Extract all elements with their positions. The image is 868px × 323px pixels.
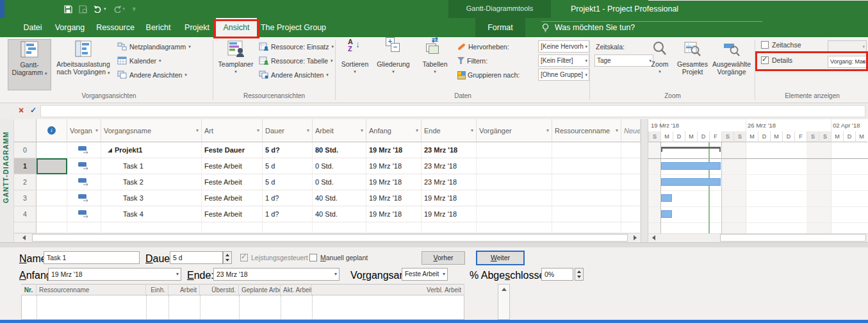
other-views-button[interactable]: Andere Ansichten▾ — [117, 69, 187, 81]
cell-r4-ress[interactable] — [552, 206, 621, 222]
cell-r2-info[interactable] — [37, 174, 67, 190]
cell-r1-name[interactable]: Task 1 — [101, 158, 202, 174]
save-icon[interactable] — [64, 5, 72, 13]
form-percent-complete-input[interactable]: 0% — [541, 268, 573, 281]
cell-r2-anfang[interactable]: 19 Mrz '18 — [366, 174, 422, 190]
header-cell-Ende[interactable]: Ende▾ — [422, 119, 477, 142]
table-hscroll-thumb[interactable] — [32, 234, 628, 242]
undo-button[interactable]: ▾ — [94, 5, 106, 13]
team-planner-button[interactable]: Teamplaner ▾ — [215, 39, 256, 90]
gantt-chart-view-button[interactable]: Gantt- Diagramm ▾ — [8, 39, 51, 90]
resource-grid-header-arbeit[interactable]: Arbeit — [168, 284, 200, 295]
cell-r4-name[interactable]: Task 4 — [101, 206, 202, 222]
tab-the-project-group[interactable]: The Project Group — [258, 18, 329, 37]
cell-r3-name[interactable]: Task 3 — [101, 190, 202, 206]
cell-r1-vorg[interactable] — [477, 158, 552, 174]
tab-format[interactable]: Format — [475, 18, 525, 37]
header-cell-Vorgänger[interactable]: Vorgänger▾ — [477, 119, 552, 142]
resource-grid-header-geplante-arbeit[interactable]: Geplante Arbeit — [239, 284, 281, 295]
cell-r4-ende[interactable]: 19 Mrz '18 — [422, 206, 477, 222]
gantt-bar-task-4[interactable] — [661, 210, 672, 218]
cell-r4-info[interactable] — [37, 206, 67, 222]
cell-r1-anfang[interactable]: 19 Mrz '18 — [366, 158, 422, 174]
cell-r2-art[interactable]: Feste Arbeit — [202, 174, 263, 190]
resource-grid-header-einh-[interactable]: Einh. — [146, 284, 168, 295]
collapse-triangle-icon[interactable] — [108, 148, 112, 153]
calendar-button[interactable]: Kalender▾ — [117, 54, 161, 67]
form-start-combo[interactable]: 19 Mrz '18▾ — [48, 268, 181, 281]
header-cell-Arbeit[interactable]: Arbeit▾ — [313, 119, 366, 142]
row-number-3[interactable]: 3 — [14, 190, 37, 206]
cell-r0-mode[interactable] — [67, 142, 101, 158]
cell-r4-dauer[interactable]: 1 d? — [263, 206, 313, 222]
tab-ressource[interactable]: Ressource — [94, 18, 137, 37]
row-number-0[interactable]: 0 — [14, 142, 37, 158]
resource-grid-header-akt-arbeit[interactable]: Akt. Arbeit — [281, 284, 312, 295]
cell-r0-name[interactable]: Projekt1 — [101, 142, 202, 158]
resource-grid-header-ressourcenname[interactable]: Ressourcenname — [37, 284, 146, 295]
cell-r2-mode[interactable] — [67, 174, 101, 190]
timescale-day-cell[interactable]: S — [648, 131, 660, 142]
timescale-day-cell[interactable]: M — [770, 131, 782, 142]
resource-grid-header-verbl-arbeit[interactable]: Verbl. Arbeit — [312, 284, 464, 295]
tab-vorgang[interactable]: Vorgang — [51, 18, 88, 37]
cell-r0-ende[interactable]: 23 Mrz '18 — [422, 142, 477, 158]
cell-r3-dauer[interactable]: 1 d? — [263, 190, 313, 206]
resource-grid-scrollbar[interactable] — [498, 284, 510, 320]
header-cell-Ressourcenname[interactable]: Ressourcenname▾ — [552, 119, 621, 142]
entry-ok-button[interactable]: ✓ — [28, 104, 39, 117]
tab-datei[interactable]: Datei — [15, 18, 50, 37]
pane-splitter-vertical[interactable] — [641, 119, 648, 242]
timescale-day-cell[interactable]: S — [819, 131, 831, 142]
cell-r2-ende[interactable]: 23 Mrz '18 — [422, 174, 477, 190]
cell-r3-ress[interactable] — [552, 190, 621, 206]
cell-r4-neue[interactable] — [621, 206, 641, 222]
pane-splitter-horizontal[interactable] — [0, 242, 868, 247]
gantt-bar-task-3[interactable] — [661, 194, 672, 202]
form-name-input[interactable]: Task 1 — [44, 251, 140, 264]
cell-r4-anfang[interactable]: 19 Mrz '18 — [366, 206, 422, 222]
cell-r3-neue[interactable] — [621, 190, 641, 206]
timescale-day-cell[interactable]: M — [660, 131, 673, 142]
row-number-4[interactable]: 4 — [14, 206, 37, 222]
tell-me-prompt[interactable]: Was möchten Sie tun? — [555, 23, 635, 32]
tab-bericht[interactable]: Bericht — [141, 18, 176, 37]
cell-r0-anfang[interactable]: 19 Mrz '18 — [366, 142, 422, 158]
cell-r3-vorg[interactable] — [477, 190, 552, 206]
scroll-left-arrow[interactable] — [19, 233, 28, 242]
cell-r0-ress[interactable] — [552, 142, 621, 158]
cell-r3-anfang[interactable]: 19 Mrz '18 — [366, 190, 422, 206]
timescale-day-cell[interactable]: S — [733, 131, 746, 142]
entire-project-button[interactable]: Gesamtes Projekt — [674, 39, 711, 90]
entry-input[interactable] — [40, 105, 865, 117]
resource-grid-body[interactable] — [21, 295, 464, 320]
gantt-bar-task-2[interactable] — [661, 178, 721, 186]
timescale-day-cell[interactable]: S — [807, 131, 819, 142]
cell-r1-dauer[interactable]: 5 d — [263, 158, 313, 174]
timescale-day-cell[interactable]: D — [697, 131, 709, 142]
next-button[interactable]: Weiter — [476, 251, 525, 265]
group-by-dropdown[interactable]: [Ohne Gruppe]▾ — [538, 69, 589, 81]
header-cell-Neue[interactable]: Neue — [621, 119, 641, 142]
sort-button[interactable]: A Z ↓ Sortieren ▾ — [338, 39, 372, 90]
row-number-2[interactable]: 2 — [14, 174, 37, 190]
resource-grid-header-nr-[interactable]: Nr. — [21, 284, 37, 295]
gantt-bar-task-1[interactable] — [661, 162, 721, 170]
cell-r4-vorg[interactable] — [477, 206, 552, 222]
customize-qat-icon[interactable]: ▿ — [133, 6, 136, 12]
entry-cancel-button[interactable]: × — [15, 104, 27, 117]
cell-r2-neue[interactable] — [621, 174, 641, 190]
timescale-day-cell[interactable]: D — [843, 131, 855, 142]
undo-dropdown-icon[interactable]: ▾ — [104, 6, 106, 12]
other-resource-views-button[interactable]: Andere Ansichten▾ — [259, 69, 329, 81]
cell-r3-arbeit[interactable]: 40 Std. — [313, 190, 366, 206]
cell-r4-arbeit[interactable]: 40 Std. — [313, 206, 366, 222]
timescale-day-cell[interactable]: M — [746, 131, 758, 142]
timescale-day-cell[interactable]: F — [709, 131, 721, 142]
details-checkbox[interactable] — [761, 56, 769, 64]
cell-r0-vorg[interactable] — [477, 142, 552, 158]
header-cell-num[interactable] — [14, 119, 37, 142]
previous-button[interactable]: Vorher — [422, 251, 465, 265]
cell-r0-neue[interactable] — [621, 142, 641, 158]
cell-r3-info[interactable] — [37, 190, 67, 206]
